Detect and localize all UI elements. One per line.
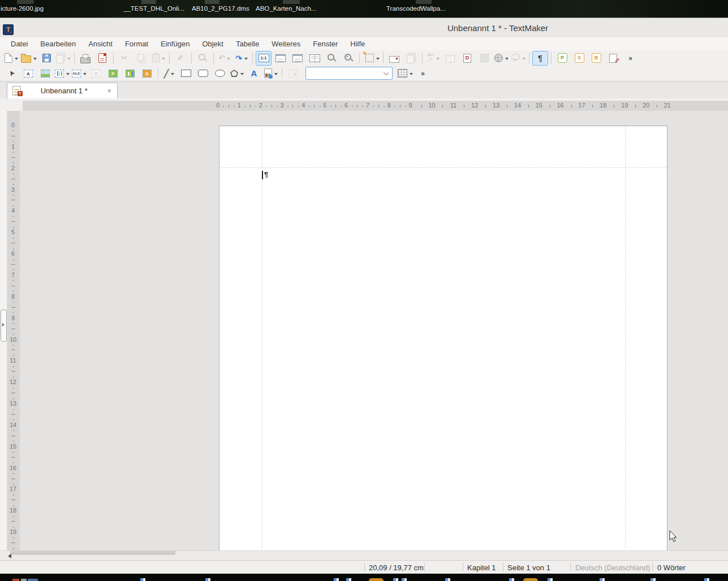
menu-item-weiteres[interactable]: Weiteres: [265, 40, 307, 48]
insert-worksheet-frame-button[interactable]: S: [139, 66, 155, 81]
tab-close-icon[interactable]: ×: [107, 87, 111, 95]
insert-planmaker-chart-frame-button[interactable]: [122, 66, 138, 81]
toolbar-overflow-button[interactable]: »: [622, 51, 638, 66]
status-cell[interactable]: 0 Wörter: [657, 563, 686, 572]
insert-formula-button[interactable]: π: [88, 66, 104, 81]
dropdown-arrow-icon[interactable]: [15, 58, 18, 62]
dropdown-arrow-icon[interactable]: [274, 73, 278, 77]
menu-item-bearbeiten[interactable]: Bearbeiten: [34, 40, 82, 48]
draw-rounded-rectangle-button[interactable]: [195, 66, 211, 81]
status-cell[interactable]: Kapitel 1: [467, 563, 496, 572]
track-changes-button[interactable]: [605, 51, 621, 66]
status-cell[interactable]: 20,09 / 19,77 cm: [369, 563, 424, 572]
titlebar[interactable]: T Unbenannt 1 * - TextMaker: [0, 18, 728, 38]
menu-item-objekt[interactable]: Objekt: [196, 40, 230, 48]
draw-line-button[interactable]: ╱: [161, 66, 177, 81]
dropdown-arrow-icon[interactable]: [244, 58, 248, 62]
paragraph-styles-button[interactable]: P: [554, 51, 570, 66]
status-cell[interactable]: Seite 1 von 1: [507, 563, 550, 572]
insert-chart-frame-button[interactable]: [54, 66, 70, 81]
document-page[interactable]: ¶: [219, 126, 667, 550]
insert-document-part-button[interactable]: [403, 51, 419, 66]
menu-item-einfgen[interactable]: Einfügen: [154, 40, 196, 48]
style-search-combobox[interactable]: [305, 67, 393, 80]
redo-button[interactable]: ↷: [234, 51, 249, 66]
save-button[interactable]: [38, 51, 54, 66]
insert-text-frame-button[interactable]: A: [20, 66, 36, 81]
dropdown-arrow-icon[interactable]: [522, 58, 525, 62]
dropdown-arrow-icon[interactable]: [436, 58, 440, 62]
dropdown-arrow-icon[interactable]: [66, 73, 70, 77]
thesaurus-button[interactable]: [442, 51, 458, 66]
scrollbar-thumb[interactable]: [10, 551, 175, 555]
horizontal-scrollbar[interactable]: [0, 550, 728, 560]
mail-merge-button[interactable]: [493, 51, 509, 66]
translate-button[interactable]: [476, 51, 492, 66]
vertical-ruler[interactable]: 012345678910111213141516171819: [7, 111, 20, 550]
zoom-level-button[interactable]: [341, 51, 356, 66]
horizontal-ruler[interactable]: 0123456789101112131415161718192021: [23, 101, 728, 111]
dropdown-arrow-icon[interactable]: [410, 73, 413, 77]
draw-ellipse-button[interactable]: [212, 66, 228, 81]
menu-item-ansicht[interactable]: Ansicht: [82, 40, 119, 48]
desktop-file-label[interactable]: AB10_2_PG17.dms: [192, 5, 249, 12]
zoom-original-button[interactable]: 1:1: [256, 51, 272, 66]
menu-item-hilfe[interactable]: Hilfe: [344, 40, 371, 48]
draw-rectangle-button[interactable]: [178, 66, 194, 81]
toolbar-overflow-button[interactable]: »: [415, 66, 430, 81]
chevron-down-icon[interactable]: [384, 70, 389, 75]
print-button[interactable]: [77, 51, 93, 66]
insert-field-button[interactable]: [386, 51, 402, 66]
insert-textart-button[interactable]: A: [246, 66, 262, 81]
comment-button[interactable]: [510, 51, 526, 66]
insert-image-frame-button[interactable]: [37, 66, 53, 81]
spellcheck-button[interactable]: abc: [425, 51, 441, 66]
two-page-view-button[interactable]: [307, 51, 322, 66]
draw-freeform-button[interactable]: [229, 66, 245, 81]
object-properties-button[interactable]: [285, 66, 301, 81]
cut-button[interactable]: ✂: [117, 51, 132, 66]
status-cell[interactable]: Deutsch (Deutschland): [575, 563, 650, 572]
open-document-button[interactable]: [20, 51, 37, 66]
dropdown-arrow-icon[interactable]: [227, 58, 230, 62]
dropdown-arrow-icon[interactable]: [162, 58, 165, 62]
menu-item-format[interactable]: Format: [119, 40, 154, 48]
desktop-file-label[interactable]: __TEST_DHL_Onli...: [123, 5, 184, 12]
paste-button[interactable]: [150, 51, 166, 66]
undo-button[interactable]: ↶: [217, 51, 232, 66]
insert-table-button[interactable]: [397, 66, 413, 81]
menu-item-tabelle[interactable]: Tabelle: [230, 40, 265, 48]
new-document-button[interactable]: [3, 51, 19, 66]
dropdown-arrow-icon[interactable]: [33, 58, 37, 62]
insert-ole-frame-button[interactable]: OLE: [71, 66, 87, 81]
desktop-file-label[interactable]: ABO_Karten_Nach...: [256, 5, 316, 12]
dropdown-arrow-icon[interactable]: [171, 73, 174, 77]
search-button[interactable]: [195, 51, 210, 66]
scrollbar-left-arrow-icon[interactable]: [6, 554, 11, 558]
dictionary-button[interactable]: D: [459, 51, 475, 66]
select-pointer-button[interactable]: ➤: [3, 66, 19, 81]
page-color-button[interactable]: [263, 66, 279, 81]
zoom-out-button[interactable]: [324, 51, 339, 66]
export-pdf-button[interactable]: [94, 51, 110, 66]
save-all-button[interactable]: [55, 51, 71, 66]
zoom-page-width-button[interactable]: [273, 51, 288, 66]
dropdown-arrow-icon[interactable]: [376, 58, 380, 62]
sidebar-toggle-handle[interactable]: [1, 309, 7, 342]
format-paintbrush-button[interactable]: ✐: [173, 51, 188, 66]
style-search-input[interactable]: [307, 68, 382, 79]
insert-presentation-frame-button[interactable]: P: [105, 66, 121, 81]
character-styles-button[interactable]: S: [571, 51, 587, 66]
document-workspace[interactable]: ¶: [20, 111, 728, 550]
desktop-file-label[interactable]: TranscodedWallpa...: [386, 5, 446, 12]
normal-view-button[interactable]: [290, 51, 305, 66]
menu-item-datei[interactable]: Datei: [5, 40, 34, 48]
bullet-styles-button[interactable]: B: [588, 51, 604, 66]
show-formatting-marks-button[interactable]: ¶: [532, 51, 548, 66]
dropdown-arrow-icon[interactable]: [240, 73, 244, 77]
dropdown-arrow-icon[interactable]: [505, 58, 509, 62]
desktop-file-label[interactable]: icture-2600.jpg: [1, 5, 44, 12]
new-object-frame-button[interactable]: [363, 51, 380, 66]
dropdown-arrow-icon[interactable]: [67, 58, 71, 62]
dropdown-arrow-icon[interactable]: [83, 73, 87, 77]
